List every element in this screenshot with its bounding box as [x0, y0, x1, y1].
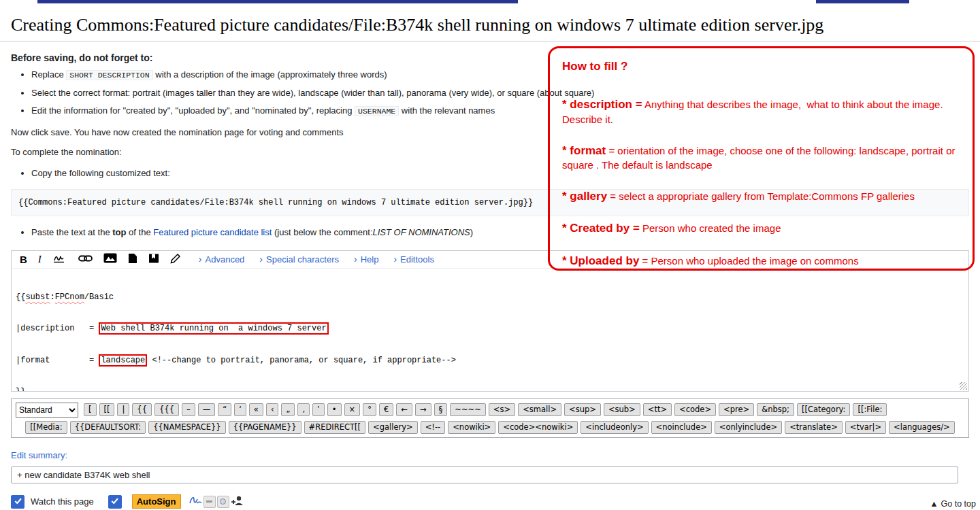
check-icon — [110, 496, 119, 507]
toolbar-menu[interactable]: ›Special characters — [259, 254, 339, 265]
go-to-top[interactable]: ▲Go to top — [930, 499, 976, 509]
inline-code: SHORT DESCRIPTION — [66, 70, 152, 80]
charinsert-button[interactable]: <translate> — [785, 421, 843, 434]
charinsert-button[interactable]: ~~~~ — [450, 403, 486, 416]
image-button[interactable] — [103, 253, 117, 265]
after-save-text: Now click save. You have now created the… — [11, 127, 969, 137]
charinsert-button[interactable]: ← — [396, 403, 412, 416]
autosign-checkbox[interactable] — [108, 495, 122, 509]
charinsert-button[interactable]: – — [182, 403, 195, 416]
charinsert-button[interactable]: ‘ — [234, 403, 246, 416]
reference-button[interactable] — [148, 253, 159, 266]
charinsert-button[interactable]: <noinclude> — [651, 421, 712, 434]
editor-line: |description = Web shell B374k running o… — [16, 324, 964, 335]
charinsert-button[interactable]: € — [379, 403, 393, 416]
page-content: Creating Commons:Featured picture candid… — [0, 0, 980, 510]
up-arrow-icon: ▲ — [930, 499, 938, 509]
charinsert-button[interactable]: × — [344, 403, 361, 416]
italic-button[interactable]: I — [38, 254, 42, 265]
resize-handle[interactable] — [960, 382, 967, 390]
link-icon — [78, 254, 93, 265]
charinsert-button[interactable]: ‚ — [297, 403, 310, 416]
charinsert-button[interactable]: &nbsp; — [757, 403, 794, 416]
charinsert-button[interactable]: § — [434, 403, 448, 416]
charinsert-button[interactable]: [[ — [99, 403, 115, 416]
copy-instruction: Copy the following customized text: — [31, 167, 969, 180]
edit-summary-input[interactable] — [11, 466, 958, 483]
charinsert-button[interactable]: « — [249, 403, 263, 416]
go-to-top-label: Go to top — [941, 499, 976, 509]
pencil-button[interactable] — [170, 253, 181, 266]
charinsert-button[interactable]: #REDIRECT[[ — [304, 421, 365, 434]
file-button[interactable] — [128, 253, 137, 266]
toolbar-menu[interactable]: ›Help — [354, 254, 378, 265]
charinsert-button[interactable]: <onlyinclude> — [715, 421, 782, 434]
charinsert-button[interactable]: ’ — [312, 403, 325, 416]
autosign-label[interactable]: AutoSign — [132, 494, 181, 509]
wikieditor: B I ›Advanced›Special characters›Help›Ed… — [11, 250, 969, 392]
instruction-item: Select the correct format: portrait (ima… — [31, 86, 969, 100]
red-annotation-box: landscape — [99, 354, 147, 367]
charinsert-button[interactable]: [ — [84, 403, 97, 416]
signature-icon — [52, 253, 67, 266]
charinsert-button[interactable]: <sup> — [564, 403, 601, 416]
charinsert-button[interactable]: <nowiki> — [448, 421, 495, 434]
copy-instruction-list: Copy the following customized text: — [11, 167, 969, 180]
charinsert-button[interactable]: „ — [281, 403, 295, 416]
chevron-right-icon: › — [199, 254, 202, 265]
charinsert-button[interactable]: <small> — [518, 403, 561, 416]
file-icon — [128, 253, 137, 266]
add-user-icon[interactable] — [231, 495, 244, 508]
charinsert-button[interactable]: ° — [363, 403, 376, 416]
charinsert-button[interactable]: [[Media: — [25, 421, 67, 434]
toolbar-menu[interactable]: ›Edittools — [393, 254, 434, 265]
charinsert-button[interactable]: <s> — [489, 403, 515, 416]
toolbar-menus: ›Advanced›Special characters›Help›Editto… — [199, 254, 434, 265]
charinsert-button[interactable]: <code> — [674, 403, 716, 416]
options-row: Watch this page AutoSign — [11, 494, 969, 509]
edit-textarea[interactable]: {{subst:FPCnom/Basic |description = Web … — [12, 269, 968, 391]
charinsert-button[interactable]: {{ — [132, 403, 152, 416]
featured-list-link[interactable]: Featured picture candidate list — [153, 227, 272, 237]
charinsert-button[interactable]: <!-- — [421, 421, 446, 434]
charinsert-button[interactable]: [[:File: — [853, 403, 887, 416]
autosign-quill-icon[interactable] — [217, 496, 229, 508]
top-strip-left — [37, 0, 518, 3]
chevron-right-icon: › — [393, 254, 397, 265]
charinsert-button[interactable]: <languages/> — [889, 421, 955, 434]
check-icon — [14, 496, 22, 507]
editor-line: }} — [16, 387, 964, 391]
charinsert-button[interactable]: <pre> — [719, 403, 754, 416]
charinsert-button[interactable]: <includeonly> — [581, 421, 648, 434]
charinsert-button[interactable]: <tvar|> — [845, 421, 886, 434]
complete-nomination-text: To complete the nomination: — [11, 147, 969, 157]
link-button[interactable] — [78, 254, 93, 265]
charinsert-button[interactable]: — — [198, 403, 216, 416]
autosign-signature-icon[interactable] — [189, 495, 202, 508]
page-title: Creating Commons:Featured picture candid… — [11, 15, 969, 35]
before-saving-heading: Before saving, do not forget to: — [11, 52, 969, 63]
chevron-right-icon: › — [259, 254, 263, 265]
charinsert-button[interactable]: <code><nowiki> — [498, 421, 578, 434]
charinsert-button[interactable]: | — [117, 403, 129, 416]
charinsert-button[interactable]: [[Category: — [797, 403, 851, 416]
charinsert-button[interactable]: {{NAMESPACE}} — [148, 421, 225, 434]
charinsert-button[interactable]: <tt> — [643, 403, 672, 416]
charinsert-button[interactable]: {{PAGENAME}} — [229, 421, 301, 434]
image-icon — [103, 253, 117, 265]
bold-button[interactable]: B — [20, 254, 27, 265]
charinsert-button[interactable]: <sub> — [604, 403, 640, 416]
charinsert-button[interactable]: {{DEFAULTSORT: — [70, 421, 146, 434]
charinsert-select[interactable]: Standard — [16, 403, 78, 418]
charinsert-button[interactable]: “ — [218, 403, 231, 416]
charinsert-button[interactable]: ‹ — [266, 403, 279, 416]
charinsert-button[interactable]: → — [415, 403, 431, 416]
charinsert-button[interactable]: <gallery> — [368, 421, 418, 434]
watch-checkbox[interactable] — [11, 495, 24, 509]
charinsert-button[interactable]: {{{ — [154, 403, 179, 416]
signature-button[interactable] — [52, 253, 67, 266]
charinsert-row-2: [[Media:{{DEFAULTSORT:{{NAMESPACE}}{{PAG… — [16, 421, 964, 434]
toolbar-menu[interactable]: ›Advanced — [199, 254, 245, 265]
autosign-dash-icon[interactable] — [203, 496, 216, 508]
charinsert-button[interactable]: • — [327, 403, 342, 416]
